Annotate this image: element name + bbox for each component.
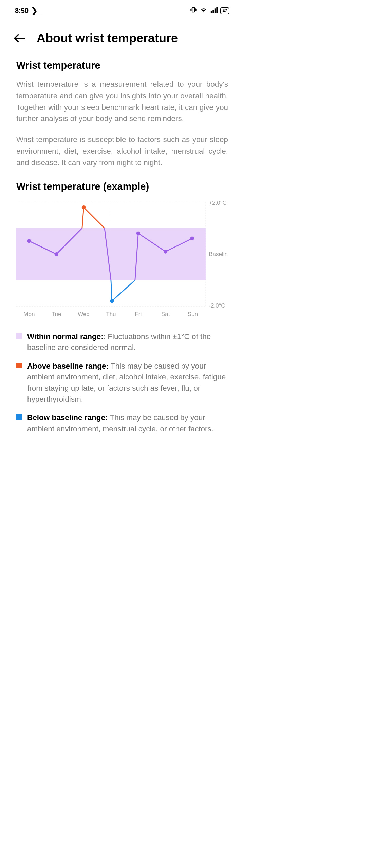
svg-line-21 xyxy=(112,280,135,301)
legend-text-normal: Within normal range:: Fluctuations withi… xyxy=(27,331,228,353)
svg-text:Thu: Thu xyxy=(106,311,116,317)
status-right: 47 xyxy=(190,6,229,15)
svg-rect-5 xyxy=(210,11,212,13)
chart-xlabels: Mon Tue Wed Thu Fri Sat Sun xyxy=(23,311,198,317)
status-left: 8:50 ❯_ xyxy=(15,6,41,15)
normal-band xyxy=(16,228,206,280)
svg-text:Sun: Sun xyxy=(188,311,198,317)
svg-point-29 xyxy=(136,232,140,235)
vibrate-icon xyxy=(190,6,197,15)
paragraph-1: Wrist temperature is a measurement relat… xyxy=(16,79,228,124)
svg-text:Sat: Sat xyxy=(161,311,170,317)
wifi-icon xyxy=(200,6,207,15)
legend-text-above: Above baseline range: This may be caused… xyxy=(27,361,228,405)
battery-icon: 47 xyxy=(220,7,229,14)
svg-text:Wed: Wed xyxy=(78,311,90,317)
svg-text:Mon: Mon xyxy=(23,311,35,317)
legend-swatch-normal xyxy=(16,333,22,339)
svg-point-26 xyxy=(55,252,58,256)
svg-text:+2.0°C: +2.0°C xyxy=(209,200,227,206)
terminal-icon: ❯_ xyxy=(31,6,41,15)
section-heading-2: Wrist temperature (example) xyxy=(16,181,228,192)
svg-rect-8 xyxy=(216,7,218,13)
legend-swatch-below xyxy=(16,414,22,420)
arrow-left-icon xyxy=(13,32,26,45)
legend-below: Below baseline range: This may be caused… xyxy=(16,412,228,434)
svg-text:Tue: Tue xyxy=(52,311,61,317)
svg-line-18 xyxy=(84,208,105,228)
paragraph-2: Wrist temperature is susceptible to fact… xyxy=(16,134,228,168)
header: About wrist temperature xyxy=(0,21,244,49)
chart-ylabels: +2.0°C Baselin -2.0°C xyxy=(209,200,228,309)
status-time: 8:50 xyxy=(15,7,29,15)
svg-line-17 xyxy=(82,208,84,228)
svg-text:Fri: Fri xyxy=(135,311,142,317)
svg-rect-7 xyxy=(214,8,216,13)
content: Wrist temperature Wrist temperature is a… xyxy=(0,49,244,446)
svg-point-28 xyxy=(110,299,114,303)
svg-point-31 xyxy=(190,237,194,240)
svg-point-25 xyxy=(27,239,31,243)
svg-text:Baselin: Baselin xyxy=(209,251,228,258)
chart-container: +2.0°C Baselin -2.0°C Mon Tue Wed Thu Fr… xyxy=(16,199,228,322)
svg-point-27 xyxy=(82,205,86,209)
svg-rect-0 xyxy=(192,8,194,12)
wrist-temp-chart: +2.0°C Baselin -2.0°C Mon Tue Wed Thu Fr… xyxy=(16,199,228,321)
status-bar: 8:50 ❯_ 47 xyxy=(0,0,244,21)
signal-icon xyxy=(210,6,218,15)
svg-point-30 xyxy=(164,250,167,254)
legend-swatch-above xyxy=(16,363,22,368)
page-title: About wrist temperature xyxy=(37,31,178,45)
section-heading-1: Wrist temperature xyxy=(16,60,228,71)
legend-normal: Within normal range:: Fluctuations withi… xyxy=(16,331,228,353)
back-button[interactable] xyxy=(12,31,27,46)
svg-text:-2.0°C: -2.0°C xyxy=(209,302,225,309)
legend-above: Above baseline range: This may be caused… xyxy=(16,361,228,405)
legend: Within normal range:: Fluctuations withi… xyxy=(16,331,228,435)
svg-rect-6 xyxy=(212,10,214,13)
legend-text-below: Below baseline range: This may be caused… xyxy=(27,412,228,434)
